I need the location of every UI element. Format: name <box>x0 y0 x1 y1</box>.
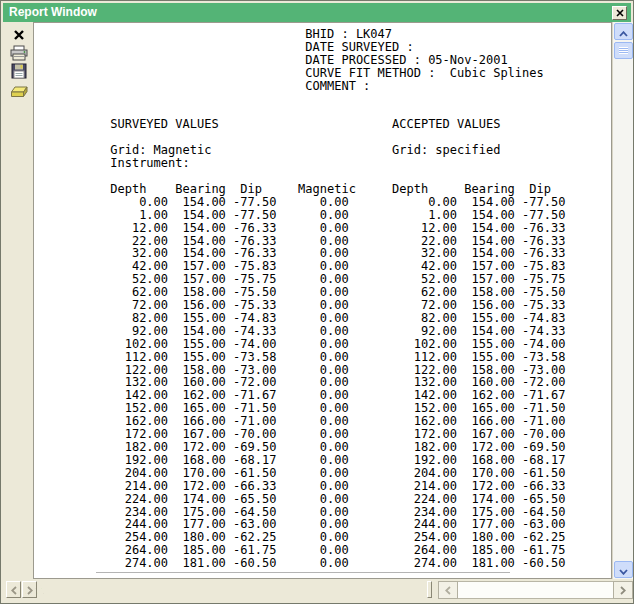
vertical-scrollbar[interactable] <box>612 22 633 579</box>
report-window: Report Window <box>0 0 634 604</box>
chevron-up-icon <box>619 23 628 41</box>
print-button[interactable] <box>9 46 29 63</box>
close-icon <box>616 4 624 23</box>
scroll-up-button[interactable] <box>614 23 633 40</box>
erase-button[interactable] <box>9 84 29 101</box>
scroll-left-button[interactable] <box>438 581 458 599</box>
floppy-icon <box>11 63 27 83</box>
report-view[interactable]: BHID : LK047 DATE SURVEYED : DATE PROCES… <box>33 22 612 579</box>
eraser-icon <box>10 84 28 102</box>
close-report-button[interactable] <box>9 28 29 45</box>
report-toolbar <box>3 22 34 579</box>
chevron-left-icon <box>445 581 451 599</box>
vertical-scrollbar-thumb[interactable] <box>614 42 633 59</box>
tab-scroll-right-button[interactable] <box>22 581 37 598</box>
thumb-grip-icon <box>619 47 628 54</box>
tab-label: Workbench <box>39 581 75 599</box>
save-button[interactable] <box>9 64 29 81</box>
tab-label: Envisage Console <box>33 581 69 599</box>
chevron-right-icon <box>620 581 626 599</box>
printer-icon <box>10 45 28 65</box>
chevron-left-icon <box>11 581 17 599</box>
report-separator-line <box>96 572 510 573</box>
chevron-right-icon <box>27 581 33 599</box>
scroll-right-button[interactable] <box>613 581 633 599</box>
report-text: BHID : LK047 DATE SURVEYED : DATE PROCES… <box>34 23 611 570</box>
tab-scroll-left-button[interactable] <box>6 581 21 598</box>
bottom-bar: WorkbenchEnvisage ConsoleEnvisageGrid Ca… <box>3 580 633 601</box>
horizontal-scrollbar-track[interactable] <box>458 581 613 599</box>
titlebar-close-button[interactable] <box>612 6 627 20</box>
chevron-down-icon <box>619 561 628 579</box>
tabstrip-splitter-handle[interactable] <box>427 581 432 598</box>
title-bar[interactable]: Report Window <box>3 3 631 22</box>
horizontal-scrollbar[interactable] <box>438 581 633 599</box>
window-title: Report Window <box>9 5 97 19</box>
scroll-down-button[interactable] <box>614 561 633 578</box>
x-icon <box>12 28 26 46</box>
